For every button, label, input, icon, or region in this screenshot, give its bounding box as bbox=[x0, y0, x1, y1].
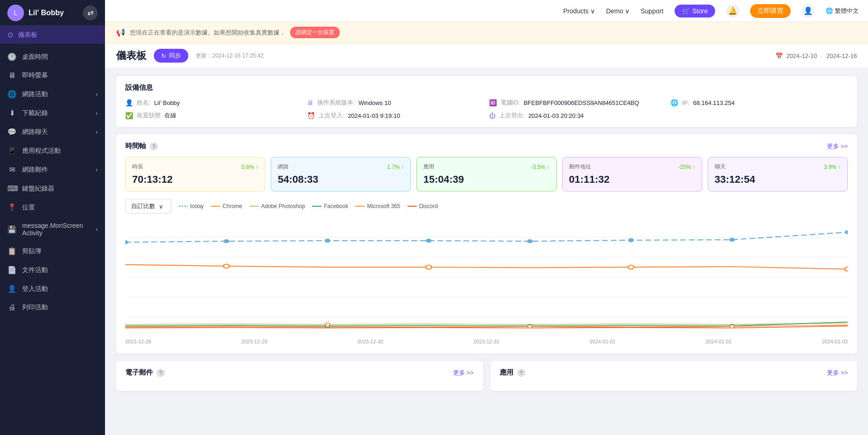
sidebar-dashboard-label: 儀表板 bbox=[18, 31, 37, 39]
legend-photoshop: Adobe Photoshop bbox=[250, 203, 305, 209]
stat-change-chat: 3.9% ↑ bbox=[824, 164, 841, 170]
chrome-dot bbox=[628, 265, 634, 269]
sidebar-item-clipboard[interactable]: 📋 剪貼簿 bbox=[0, 242, 105, 261]
chart-dropdown[interactable]: 自訂比數 ∨ bbox=[125, 199, 171, 214]
sidebar-item-network[interactable]: 🌐 網路活動 › bbox=[0, 85, 105, 104]
chrome-dot bbox=[845, 267, 848, 271]
logout-info-icon: ⏻ bbox=[489, 112, 495, 119]
app-card-title: 應用 bbox=[500, 368, 513, 377]
bind-device-link[interactable]: 請綁定一台裝置 bbox=[290, 27, 340, 38]
last-login-row: ⏰ 上次登入: 2024-01-03 9:19:10 bbox=[307, 111, 484, 120]
sidebar-item-downloads[interactable]: ⬇ 下載紀錄 › bbox=[0, 104, 105, 122]
login-info-icon: ⏰ bbox=[307, 112, 315, 119]
ms365-dot bbox=[528, 325, 532, 328]
app-help-icon[interactable]: ? bbox=[517, 369, 525, 377]
sidebar-item-screenshot[interactable]: 🖥 即時螢幕 bbox=[0, 66, 105, 85]
photoshop-line bbox=[125, 323, 848, 325]
x-label-3: 2023-12-31 bbox=[473, 339, 499, 344]
help-icon[interactable]: ? bbox=[150, 142, 158, 151]
sidebar-item-label: 剪貼簿 bbox=[22, 247, 41, 255]
sidebar-item-location[interactable]: 📍 位置 bbox=[0, 198, 105, 217]
stat-change-duration: 0.6% ↑ bbox=[242, 164, 259, 170]
date-end: 2024-12-16 bbox=[827, 52, 857, 59]
sync-button[interactable]: ↻ 同步 bbox=[154, 49, 188, 63]
products-nav-link[interactable]: Products ∨ bbox=[563, 7, 595, 15]
sidebar-item-label: 登入活動 bbox=[22, 285, 48, 293]
timeline-header: 時間軸 ? 更多 >> bbox=[125, 142, 848, 151]
email-more-link[interactable]: 更多 >> bbox=[453, 369, 474, 377]
app-more-link[interactable]: 更多 >> bbox=[827, 369, 848, 377]
print-icon: 🖨 bbox=[7, 303, 17, 312]
sidebar-item-label: 位置 bbox=[22, 203, 35, 212]
legend-microsoft: Microsoft 365 bbox=[355, 203, 400, 209]
today-dot bbox=[729, 238, 735, 242]
ms365-dot bbox=[326, 323, 330, 326]
email-icon: ✉ bbox=[7, 165, 17, 174]
top-nav: Products ∨ Demo ∨ Support 🛒 Store 🔔 立即購買… bbox=[105, 0, 868, 22]
sidebar-item-email[interactable]: ✉ 網路郵件 › bbox=[0, 160, 105, 179]
buy-now-button[interactable]: 立即購買 bbox=[750, 4, 791, 18]
user-avatar-nav[interactable]: 👤 bbox=[802, 5, 815, 17]
today-dot bbox=[527, 239, 533, 244]
notification-bell[interactable]: 🔔 bbox=[726, 5, 739, 17]
chevron-right-icon: › bbox=[96, 110, 98, 116]
sidebar-item-label: 下載紀錄 bbox=[22, 109, 48, 117]
sidebar-nav: 🕐 桌面時間 🖥 即時螢幕 🌐 網路活動 › ⬇ 下載紀錄 › 💬 網路聊天 ›… bbox=[0, 44, 105, 435]
sidebar-item-label: message.MonScreen Activity bbox=[22, 222, 90, 237]
sidebar-item-app-activity[interactable]: 📱 應用程式活動 bbox=[0, 141, 105, 160]
legend-line-chrome bbox=[211, 206, 220, 207]
device-status-row: ✅ 裝置狀態 在線 bbox=[125, 111, 303, 120]
language-selector[interactable]: 🌐 繁體中文 bbox=[826, 7, 859, 15]
name-label: 姓名: bbox=[137, 99, 151, 107]
stat-box-duration: 時長 0.6% ↑ 70:13:12 bbox=[125, 157, 265, 191]
file-icon: 📄 bbox=[7, 266, 17, 274]
sidebar-item-file-activity[interactable]: 📄 文件活動 bbox=[0, 261, 105, 279]
chat-icon: 💬 bbox=[7, 128, 17, 136]
sidebar-icon-button[interactable]: ⇄ bbox=[83, 6, 98, 20]
stat-change-email: -25% ↑ bbox=[678, 164, 695, 170]
device-info-grid: 👤 姓名: Lil' Bobby 🖥 操作系統版本: Windows 10 🆔 … bbox=[125, 99, 848, 120]
clipboard-icon: 📋 bbox=[7, 247, 17, 255]
download-icon: ⬇ bbox=[7, 109, 17, 117]
x-label-4: 2024-01-01 bbox=[589, 339, 615, 344]
sidebar-item-monscreen[interactable]: 💾 message.MonScreen Activity › bbox=[0, 217, 105, 242]
status-value: 在線 bbox=[164, 111, 176, 120]
legend-label-today: today bbox=[190, 203, 204, 209]
legend-label-chrome: Chrome bbox=[222, 203, 242, 209]
stat-value-email: 01:11:32 bbox=[569, 174, 695, 186]
globe-icon: 🌐 bbox=[7, 90, 17, 99]
sidebar-item-dashboard[interactable]: ⊙ 儀表板 bbox=[0, 26, 105, 44]
sidebar-item-desktop-time[interactable]: 🕐 桌面時間 bbox=[0, 47, 105, 66]
chevron-down-icon: ∨ bbox=[159, 203, 163, 210]
os-value: Windows 10 bbox=[358, 99, 391, 106]
chart-controls: 自訂比數 ∨ today Chrome Adobe Photoshop bbox=[125, 199, 848, 214]
stat-value-app: 15:04:39 bbox=[423, 174, 549, 186]
os-label: 操作系統版本: bbox=[317, 99, 355, 107]
legend-label-microsoft: Microsoft 365 bbox=[367, 203, 400, 209]
timeline-more-link[interactable]: 更多 >> bbox=[827, 142, 848, 151]
demo-nav-link[interactable]: Demo ∨ bbox=[606, 7, 629, 15]
device-id-label: 電腦ID: bbox=[501, 99, 520, 107]
dashboard-header: 儀表板 ↻ 同步 更新：2024-12-16 17:25:42 📅 2024-1… bbox=[105, 43, 868, 69]
main-content: Products ∨ Demo ∨ Support 🛒 Store 🔔 立即購買… bbox=[105, 0, 868, 435]
sidebar-item-keyboard[interactable]: ⌨ 鍵盤紀錄器 bbox=[0, 179, 105, 198]
store-button[interactable]: 🛒 Store bbox=[675, 5, 715, 17]
stat-box-email: 郵件地址 -25% ↑ 01:11:32 bbox=[562, 157, 702, 191]
stat-label-email: 郵件地址 bbox=[569, 163, 591, 171]
ip-value: 68.164.113.254 bbox=[693, 99, 734, 106]
device-name-row: 👤 姓名: Lil' Bobby bbox=[125, 99, 303, 107]
email-help-icon[interactable]: ? bbox=[157, 369, 165, 377]
ip-label: IP: bbox=[682, 99, 689, 106]
sidebar-item-chat[interactable]: 💬 網路聊天 › bbox=[0, 122, 105, 141]
status-label: 裝置狀態 bbox=[137, 111, 161, 120]
x-label-1: 2023-12-29 bbox=[241, 339, 267, 344]
legend-line-discord bbox=[408, 206, 417, 207]
sidebar-item-print-activity[interactable]: 🖨 列印活動 bbox=[0, 298, 105, 317]
app-card: 應用 ? 更多 >> bbox=[490, 361, 857, 391]
date-range-selector[interactable]: 📅 2024-12-10 - 2024-12-16 bbox=[775, 52, 857, 59]
legend-label-facebook: Facebook bbox=[324, 203, 348, 209]
support-nav-link[interactable]: Support bbox=[641, 7, 663, 15]
sidebar-item-login-activity[interactable]: 👤 登入活動 bbox=[0, 279, 105, 298]
legend-line-microsoft bbox=[355, 206, 365, 207]
x-label-2: 2023-12-30 bbox=[357, 339, 383, 344]
